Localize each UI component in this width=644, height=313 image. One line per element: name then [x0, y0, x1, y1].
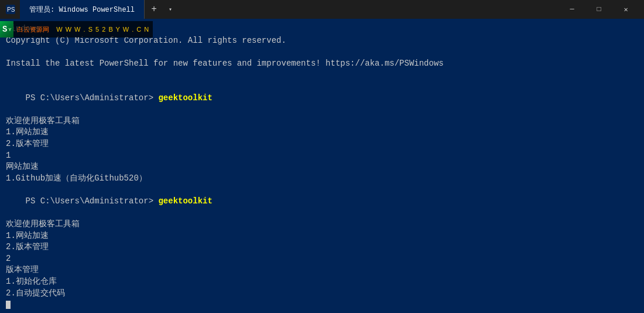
watermark: SY 白云资源网 W W W . S 5 2 B Y W . C N [0, 21, 153, 38]
titlebar: PS 管理员: Windows PowerShell + ▾ — □ ✕ [0, 0, 644, 19]
cmd-2: geektoolkit [158, 196, 212, 206]
watermark-logo: SY [0, 21, 13, 38]
titlebar-left: PS 管理员: Windows PowerShell + ▾ [5, 0, 559, 19]
powershell-tab[interactable]: 管理员: Windows PowerShell [20, 0, 145, 19]
tab-dropdown-button[interactable]: ▾ [163, 0, 177, 19]
terminal-line-16: 2.版本管理 [6, 241, 638, 253]
terminal-line-5 [6, 69, 638, 81]
terminal-line-11: 网站加速 [6, 161, 638, 173]
terminal-line-9: 2.版本管理 [6, 138, 638, 150]
watermark-site-label: 白云资源网 [13, 21, 53, 38]
terminal-line-17: 2 [6, 253, 638, 265]
terminal-line-6: PS C:\Users\Administrator> geektoolkit [6, 81, 638, 115]
terminal-line-3 [6, 46, 638, 58]
new-tab-button[interactable]: + [145, 0, 163, 19]
minimize-button[interactable]: — [559, 0, 585, 19]
watermark-url: W W W . S 5 2 B Y W . C N [53, 21, 153, 38]
terminal-line-8: 1.网站加速 [6, 127, 638, 138]
prompt-1: PS C:\Users\Administrator> [26, 93, 159, 103]
titlebar-controls: — □ ✕ [559, 0, 639, 19]
terminal-line-4: Install the latest PowerShell for new fe… [6, 58, 638, 70]
terminal-content[interactable]: Windows Copyright (C) Microsoft Corporat… [0, 19, 644, 313]
powershell-icon: PS [5, 4, 16, 15]
terminal-line-19: 1.初始化仓库 [6, 276, 638, 288]
titlebar-tabs: 管理员: Windows PowerShell [20, 0, 145, 19]
terminal-line-7: 欢迎使用极客工具箱 [6, 115, 638, 127]
terminal-line-13: PS C:\Users\Administrator> geektoolkit [6, 184, 638, 219]
cursor [6, 301, 11, 309]
cmd-1: geektoolkit [158, 93, 212, 103]
terminal-line-18: 版本管理 [6, 264, 638, 276]
terminal-line-14: 欢迎使用极客工具箱 [6, 219, 638, 230]
prompt-2: PS C:\Users\Administrator> [26, 196, 159, 206]
close-button[interactable]: ✕ [612, 0, 639, 19]
tab-label: 管理员: Windows PowerShell [29, 5, 135, 15]
terminal-line-15: 1.网站加速 [6, 230, 638, 242]
svg-text:PS: PS [7, 6, 15, 13]
terminal-cursor-line [6, 299, 638, 311]
terminal-line-20: 2.自动提交代码 [6, 288, 638, 300]
maximize-button[interactable]: □ [585, 0, 612, 19]
terminal-line-12: 1.Github加速（自动化Github520） [6, 173, 638, 185]
terminal-line-10: 1 [6, 150, 638, 162]
